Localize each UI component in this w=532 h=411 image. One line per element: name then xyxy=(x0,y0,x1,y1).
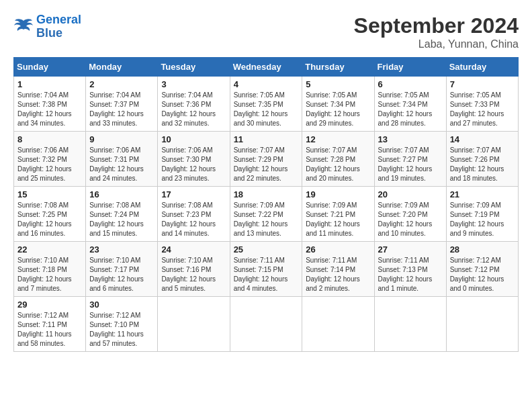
calendar-cell: 2 Sunrise: 7:04 AM Sunset: 7:37 PM Dayli… xyxy=(86,77,158,132)
calendar-cell: 26 Sunrise: 7:11 AM Sunset: 7:14 PM Dayl… xyxy=(302,242,374,297)
day-info: Sunrise: 7:12 AM Sunset: 7:11 PM Dayligh… xyxy=(17,311,82,349)
header-row: Sunday Monday Tuesday Wednesday Thursday… xyxy=(14,58,519,77)
day-info: Sunrise: 7:07 AM Sunset: 7:26 PM Dayligh… xyxy=(450,146,515,183)
day-info: Sunrise: 7:04 AM Sunset: 7:37 PM Dayligh… xyxy=(89,91,154,128)
calendar-cell xyxy=(446,297,518,352)
logo: General Blue xyxy=(13,13,81,40)
calendar-cell: 9 Sunrise: 7:06 AM Sunset: 7:31 PM Dayli… xyxy=(86,132,158,187)
day-number: 13 xyxy=(378,134,443,144)
day-number: 28 xyxy=(450,244,515,255)
calendar-cell: 22 Sunrise: 7:10 AM Sunset: 7:18 PM Dayl… xyxy=(14,242,86,297)
calendar-table: Sunday Monday Tuesday Wednesday Thursday… xyxy=(13,57,519,352)
week-row: 8 Sunrise: 7:06 AM Sunset: 7:32 PM Dayli… xyxy=(14,132,519,187)
day-info: Sunrise: 7:04 AM Sunset: 7:36 PM Dayligh… xyxy=(161,91,226,128)
logo-text: General Blue xyxy=(36,13,81,40)
calendar-cell: 14 Sunrise: 7:07 AM Sunset: 7:26 PM Dayl… xyxy=(446,132,518,187)
day-number: 20 xyxy=(378,189,443,199)
day-info: Sunrise: 7:07 AM Sunset: 7:28 PM Dayligh… xyxy=(306,146,370,183)
calendar-cell: 28 Sunrise: 7:12 AM Sunset: 7:12 PM Dayl… xyxy=(446,242,518,297)
calendar-cell: 23 Sunrise: 7:10 AM Sunset: 7:17 PM Dayl… xyxy=(86,242,158,297)
calendar-cell: 29 Sunrise: 7:12 AM Sunset: 7:11 PM Dayl… xyxy=(14,297,86,352)
calendar-cell: 20 Sunrise: 7:09 AM Sunset: 7:20 PM Dayl… xyxy=(374,187,446,242)
week-row: 15 Sunrise: 7:08 AM Sunset: 7:25 PM Dayl… xyxy=(14,187,519,242)
day-info: Sunrise: 7:07 AM Sunset: 7:27 PM Dayligh… xyxy=(378,146,443,183)
day-number: 15 xyxy=(17,189,82,199)
location-subtitle: Laba, Yunnan, China xyxy=(354,38,519,50)
logo-icon xyxy=(13,17,34,36)
calendar-cell: 10 Sunrise: 7:06 AM Sunset: 7:30 PM Dayl… xyxy=(158,132,230,187)
day-info: Sunrise: 7:12 AM Sunset: 7:10 PM Dayligh… xyxy=(89,311,154,349)
day-number: 17 xyxy=(161,189,226,199)
calendar-cell: 30 Sunrise: 7:12 AM Sunset: 7:10 PM Dayl… xyxy=(86,297,158,352)
day-number: 30 xyxy=(89,300,154,310)
calendar-cell: 3 Sunrise: 7:04 AM Sunset: 7:36 PM Dayli… xyxy=(158,77,230,132)
day-info: Sunrise: 7:10 AM Sunset: 7:18 PM Dayligh… xyxy=(17,256,82,293)
day-info: Sunrise: 7:10 AM Sunset: 7:16 PM Dayligh… xyxy=(161,256,226,293)
calendar-cell: 24 Sunrise: 7:10 AM Sunset: 7:16 PM Dayl… xyxy=(158,242,230,297)
day-number: 2 xyxy=(89,79,154,89)
header-friday: Friday xyxy=(374,58,446,77)
calendar-cell xyxy=(158,297,230,352)
day-info: Sunrise: 7:05 AM Sunset: 7:33 PM Dayligh… xyxy=(450,91,515,128)
month-title: September 2024 xyxy=(354,13,519,38)
calendar-cell: 15 Sunrise: 7:08 AM Sunset: 7:25 PM Dayl… xyxy=(14,187,86,242)
day-number: 16 xyxy=(89,189,154,199)
day-number: 27 xyxy=(378,244,443,255)
day-info: Sunrise: 7:12 AM Sunset: 7:12 PM Dayligh… xyxy=(450,256,515,293)
day-info: Sunrise: 7:05 AM Sunset: 7:35 PM Dayligh… xyxy=(234,91,299,128)
day-number: 3 xyxy=(161,79,226,89)
day-info: Sunrise: 7:09 AM Sunset: 7:22 PM Dayligh… xyxy=(234,201,299,238)
calendar-cell: 1 Sunrise: 7:04 AM Sunset: 7:38 PM Dayli… xyxy=(14,77,86,132)
day-number: 4 xyxy=(234,79,299,89)
day-number: 24 xyxy=(161,244,226,255)
day-number: 6 xyxy=(378,79,443,89)
header-wednesday: Wednesday xyxy=(230,58,302,77)
week-row: 1 Sunrise: 7:04 AM Sunset: 7:38 PM Dayli… xyxy=(14,77,519,132)
calendar-cell: 27 Sunrise: 7:11 AM Sunset: 7:13 PM Dayl… xyxy=(374,242,446,297)
header-sunday: Sunday xyxy=(14,58,86,77)
day-info: Sunrise: 7:08 AM Sunset: 7:24 PM Dayligh… xyxy=(89,201,154,238)
day-info: Sunrise: 7:10 AM Sunset: 7:17 PM Dayligh… xyxy=(89,256,154,293)
week-row: 29 Sunrise: 7:12 AM Sunset: 7:11 PM Dayl… xyxy=(14,297,519,352)
calendar-cell: 8 Sunrise: 7:06 AM Sunset: 7:32 PM Dayli… xyxy=(14,132,86,187)
day-info: Sunrise: 7:09 AM Sunset: 7:19 PM Dayligh… xyxy=(450,201,515,238)
header-thursday: Thursday xyxy=(302,58,374,77)
calendar-cell: 16 Sunrise: 7:08 AM Sunset: 7:24 PM Dayl… xyxy=(86,187,158,242)
calendar-cell: 18 Sunrise: 7:09 AM Sunset: 7:22 PM Dayl… xyxy=(230,187,302,242)
calendar-cell xyxy=(230,297,302,352)
day-info: Sunrise: 7:07 AM Sunset: 7:29 PM Dayligh… xyxy=(234,146,299,183)
day-number: 5 xyxy=(306,79,370,89)
calendar-cell: 7 Sunrise: 7:05 AM Sunset: 7:33 PM Dayli… xyxy=(446,77,518,132)
day-number: 22 xyxy=(17,244,82,255)
day-number: 12 xyxy=(306,134,370,144)
week-row: 22 Sunrise: 7:10 AM Sunset: 7:18 PM Dayl… xyxy=(14,242,519,297)
day-number: 18 xyxy=(234,189,299,199)
day-info: Sunrise: 7:09 AM Sunset: 7:20 PM Dayligh… xyxy=(378,201,443,238)
day-number: 23 xyxy=(89,244,154,255)
calendar-cell: 25 Sunrise: 7:11 AM Sunset: 7:15 PM Dayl… xyxy=(230,242,302,297)
calendar-cell xyxy=(374,297,446,352)
calendar-cell: 5 Sunrise: 7:05 AM Sunset: 7:34 PM Dayli… xyxy=(302,77,374,132)
day-info: Sunrise: 7:05 AM Sunset: 7:34 PM Dayligh… xyxy=(306,91,370,128)
day-number: 14 xyxy=(450,134,515,144)
header-monday: Monday xyxy=(86,58,158,77)
calendar-cell: 12 Sunrise: 7:07 AM Sunset: 7:28 PM Dayl… xyxy=(302,132,374,187)
day-info: Sunrise: 7:11 AM Sunset: 7:14 PM Dayligh… xyxy=(306,256,370,293)
day-info: Sunrise: 7:08 AM Sunset: 7:23 PM Dayligh… xyxy=(161,201,226,238)
calendar-cell: 13 Sunrise: 7:07 AM Sunset: 7:27 PM Dayl… xyxy=(374,132,446,187)
day-number: 10 xyxy=(161,134,226,144)
day-number: 9 xyxy=(89,134,154,144)
calendar-cell: 19 Sunrise: 7:09 AM Sunset: 7:21 PM Dayl… xyxy=(302,187,374,242)
calendar-cell: 4 Sunrise: 7:05 AM Sunset: 7:35 PM Dayli… xyxy=(230,77,302,132)
day-number: 11 xyxy=(234,134,299,144)
calendar-cell: 21 Sunrise: 7:09 AM Sunset: 7:19 PM Dayl… xyxy=(446,187,518,242)
header-tuesday: Tuesday xyxy=(158,58,230,77)
header-saturday: Saturday xyxy=(446,58,518,77)
calendar-cell: 6 Sunrise: 7:05 AM Sunset: 7:34 PM Dayli… xyxy=(374,77,446,132)
calendar-cell: 11 Sunrise: 7:07 AM Sunset: 7:29 PM Dayl… xyxy=(230,132,302,187)
day-number: 1 xyxy=(17,79,82,89)
day-info: Sunrise: 7:08 AM Sunset: 7:25 PM Dayligh… xyxy=(17,201,82,238)
day-info: Sunrise: 7:06 AM Sunset: 7:30 PM Dayligh… xyxy=(161,146,226,183)
calendar-cell xyxy=(302,297,374,352)
day-number: 29 xyxy=(17,300,82,310)
